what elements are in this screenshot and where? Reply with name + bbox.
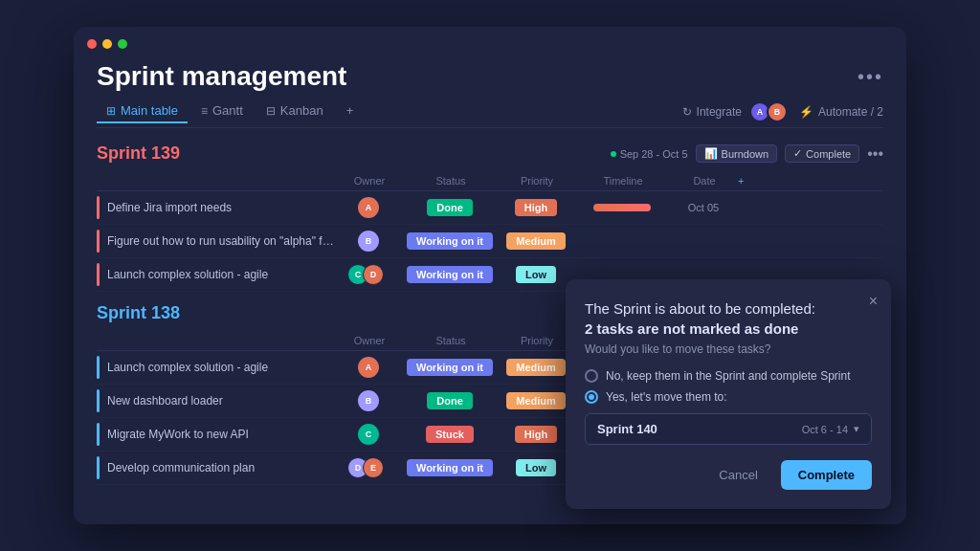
owner-cell: D E (335, 457, 402, 478)
sprint-138-title: Sprint 138 (97, 303, 180, 323)
col-add-header[interactable]: + (738, 175, 757, 187)
maximize-dot[interactable] (118, 39, 127, 49)
user-avatars: A B (753, 101, 788, 122)
tab-main-table[interactable]: ⊞ Main table (97, 99, 188, 123)
tab-gantt-label: Gantt (212, 103, 243, 118)
priority-badge: Medium (506, 392, 566, 409)
col-status-header: Status (403, 175, 499, 187)
status-cell[interactable]: Working on it (402, 359, 498, 376)
multi-avatar: D E (353, 457, 384, 478)
gantt-icon: ≡ (201, 104, 208, 118)
radio-yes (585, 390, 598, 404)
cancel-button[interactable]: Cancel (705, 460, 770, 490)
page-title: Sprint management (97, 61, 346, 92)
priority-cell[interactable]: High (498, 199, 574, 216)
complete-sprint-button[interactable]: ✓ Complete (785, 144, 859, 163)
status-cell[interactable]: Working on it (402, 266, 498, 283)
priority-cell[interactable]: Low (498, 459, 574, 476)
task-name: Figure out how to run usability on "alph… (107, 234, 335, 248)
option-yes-label: Yes, let's move them to: (606, 390, 727, 404)
col-date-header: Date (671, 175, 738, 187)
sprint-139-dates: Sep 28 - Oct 5 (611, 148, 688, 160)
priority-cell[interactable]: Medium (498, 359, 574, 376)
complete-sprint-modal: × The Sprint is about to be completed: 2… (566, 279, 891, 509)
status-badge: Stuck (426, 426, 474, 443)
radio-no (585, 369, 598, 383)
status-cell[interactable]: Working on it (402, 232, 498, 250)
task-name: Migrate MyWork to new API (107, 428, 335, 441)
tabs-right: ↻ Integrate A B ⚡ Automate / 2 (682, 101, 883, 122)
multi-avatar: C D (353, 264, 384, 285)
complete-button[interactable]: Complete (781, 460, 872, 490)
status-badge: Done (427, 199, 473, 216)
priority-cell[interactable]: Low (498, 266, 574, 283)
tabs-row: ⊞ Main table ≡ Gantt ⊟ Kanban + ↻ Integr… (97, 99, 883, 128)
table-row: Define Jira import needs A Done High Oct… (97, 191, 883, 225)
sprint-139-date-text: Sep 28 - Oct 5 (620, 148, 688, 160)
sprint-139-meta: Sep 28 - Oct 5 📊 Burndown ✓ Complete ••• (611, 144, 883, 163)
col-status-header: Status (403, 335, 499, 346)
modal-title-prefix: The Sprint is about to be completed: (585, 300, 815, 317)
status-badge: Working on it (407, 266, 493, 283)
modal-subtitle: Would you like to move these tasks? (585, 342, 872, 356)
modal-actions: Cancel Complete (585, 460, 872, 490)
priority-cell[interactable]: Medium (498, 392, 574, 409)
row-bar (97, 356, 100, 379)
tab-gantt[interactable]: ≡ Gantt (191, 99, 253, 123)
app-window: Sprint management ••• ⊞ Main table ≡ Gan… (74, 27, 906, 524)
task-name: New dashboard loader (107, 394, 335, 408)
status-cell[interactable]: Working on it (402, 459, 498, 476)
automate-label: Automate / 2 (818, 105, 883, 119)
modal-title: The Sprint is about to be completed: 2 t… (585, 298, 872, 339)
status-cell[interactable]: Done (402, 199, 498, 216)
modal-close-button[interactable]: × (869, 293, 878, 310)
avatar: D (363, 264, 384, 285)
refresh-icon: ↻ (682, 105, 692, 119)
row-bar (97, 389, 100, 412)
owner-cell: B (335, 390, 402, 411)
avatar: B (358, 231, 379, 252)
task-name: Define Jira import needs (107, 201, 335, 214)
priority-badge: High (515, 199, 557, 216)
task-name: Develop communication plan (107, 461, 335, 474)
status-cell[interactable]: Stuck (402, 426, 498, 443)
status-badge: Working on it (407, 232, 493, 250)
sprint-select-dates: Oct 6 - 14 ▾ (802, 423, 859, 435)
priority-badge: High (515, 426, 557, 443)
priority-badge: Medium (506, 359, 566, 376)
sprint-139-table-header: Owner Status Priority Timeline Date + (97, 171, 883, 191)
priority-cell[interactable]: High (498, 426, 574, 443)
status-cell[interactable]: Done (402, 392, 498, 409)
automate-button[interactable]: ⚡ Automate / 2 (799, 105, 883, 119)
sprint-139-more[interactable]: ••• (867, 145, 883, 163)
minimize-dot[interactable] (102, 39, 112, 49)
radio-option-yes[interactable]: Yes, let's move them to: (585, 390, 872, 404)
sprint-select-name: Sprint 140 (597, 422, 657, 436)
timeline-bar (593, 204, 651, 211)
priority-badge: Low (516, 266, 556, 283)
burndown-button[interactable]: 📊 Burndown (696, 144, 778, 163)
owner-cell: A (335, 197, 402, 218)
timeline-cell (574, 204, 670, 211)
tab-add[interactable]: + (337, 99, 364, 123)
integrate-button[interactable]: ↻ Integrate (682, 105, 742, 119)
col-priority-header: Priority (499, 335, 575, 346)
avatar: C (358, 424, 379, 445)
sprint-139-section: Sprint 139 Sep 28 - Oct 5 📊 Burndown ✓ C… (97, 143, 883, 292)
tab-main-table-label: Main table (121, 103, 178, 118)
priority-cell[interactable]: Medium (498, 232, 574, 250)
col-timeline-header: Timeline (575, 175, 671, 187)
sprint-select-dropdown[interactable]: Sprint 140 Oct 6 - 14 ▾ (585, 413, 872, 445)
radio-option-no[interactable]: No, keep them in the Sprint and complete… (585, 369, 872, 383)
priority-badge: Medium (506, 232, 566, 250)
col-owner-header: Owner (336, 335, 403, 346)
tab-kanban[interactable]: ⊟ Kanban (256, 99, 333, 123)
table-row: Figure out how to run usability on "alph… (97, 225, 883, 258)
sprint-139-header: Sprint 139 Sep 28 - Oct 5 📊 Burndown ✓ C… (97, 143, 883, 164)
more-button[interactable]: ••• (858, 66, 883, 88)
priority-badge: Low (516, 459, 556, 476)
table-icon: ⊞ (106, 104, 116, 118)
close-dot[interactable] (87, 39, 97, 49)
complete-small-label: Complete (806, 148, 851, 160)
chart-icon: 📊 (704, 147, 718, 160)
